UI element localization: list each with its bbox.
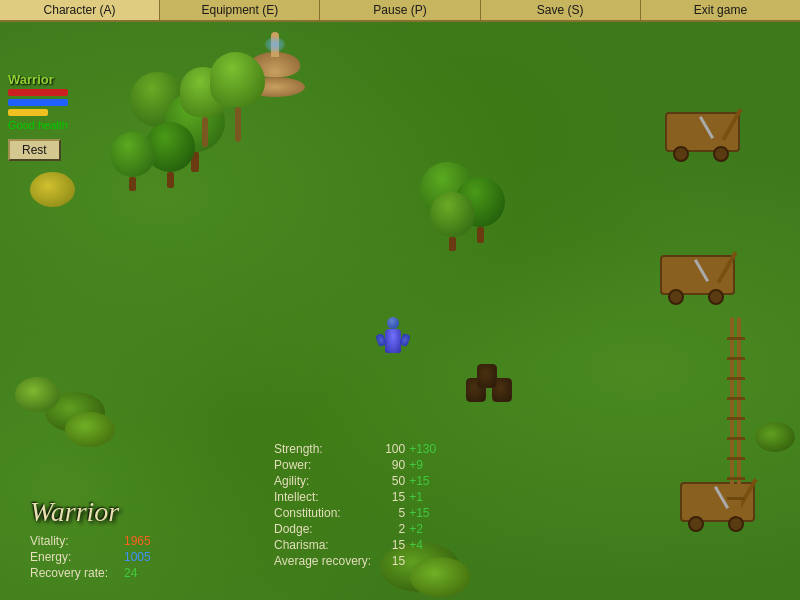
attr-name-cell: Intellect: bbox=[274, 490, 371, 504]
tree-4 bbox=[110, 132, 155, 191]
fence bbox=[727, 317, 745, 517]
vitality-label: Vitality: bbox=[30, 534, 120, 548]
rest-button[interactable]: Rest bbox=[8, 139, 61, 161]
attr-name-cell: Agility: bbox=[274, 474, 371, 488]
attr-value-cell: 5 bbox=[375, 506, 405, 520]
character-panel: Warrior Vitality: 1965 Energy: 1005 Reco… bbox=[30, 496, 159, 580]
warrior-hud-label: Warrior bbox=[8, 72, 68, 87]
character-body bbox=[385, 329, 401, 353]
attr-name-cell: Power: bbox=[274, 458, 371, 472]
attr-value-cell: 90 bbox=[375, 458, 405, 472]
menu-bar: Character (A) Equipment (E) Pause (P) Sa… bbox=[0, 0, 800, 22]
attribute-row: Agility:50+15 bbox=[274, 474, 436, 488]
attr-bonus-cell: +1 bbox=[409, 490, 436, 504]
recovery-value: 24 bbox=[124, 566, 159, 580]
menu-save[interactable]: Save (S) bbox=[481, 0, 641, 20]
attr-bonus-cell: +2 bbox=[409, 522, 436, 536]
attr-value-cell: 15 bbox=[375, 538, 405, 552]
tree-center-3 bbox=[430, 192, 475, 251]
attr-name-cell: Average recovery: bbox=[274, 554, 371, 568]
energy-row: Energy: 1005 bbox=[30, 550, 159, 564]
barrel-3 bbox=[477, 364, 497, 388]
attribute-row: Constitution:5+15 bbox=[274, 506, 436, 520]
attr-value-cell: 50 bbox=[375, 474, 405, 488]
menu-equipment[interactable]: Equipment (E) bbox=[160, 0, 320, 20]
vitality-row: Vitality: 1965 bbox=[30, 534, 159, 548]
attr-value-cell: 2 bbox=[375, 522, 405, 536]
game-world: Warrior Good health Rest Warrior Vitalit… bbox=[0, 22, 800, 600]
attribute-row: Intellect:15+1 bbox=[274, 490, 436, 504]
cart-2 bbox=[660, 250, 740, 305]
attr-bonus-cell bbox=[409, 554, 436, 568]
status-panel: Warrior Good health Rest bbox=[8, 72, 68, 161]
attr-value-cell: 100 bbox=[375, 442, 405, 456]
bush-right bbox=[755, 422, 795, 452]
character-stats: Vitality: 1965 Energy: 1005 Recovery rat… bbox=[30, 534, 159, 580]
recovery-row: Recovery rate: 24 bbox=[30, 566, 159, 580]
attribute-row: Strength:100+130 bbox=[274, 442, 436, 456]
menu-character[interactable]: Character (A) bbox=[0, 0, 160, 20]
flowers-left bbox=[30, 172, 75, 207]
energy-label: Energy: bbox=[30, 550, 120, 564]
attribute-row: Average recovery:15 bbox=[274, 554, 436, 568]
bar-red bbox=[8, 89, 68, 96]
stamina-bar-row bbox=[8, 108, 68, 116]
attr-name-cell: Charisma: bbox=[274, 538, 371, 552]
attribute-row: Dodge:2+2 bbox=[274, 522, 436, 536]
fountain-water bbox=[265, 37, 285, 52]
attribute-row: Charisma:15+4 bbox=[274, 538, 436, 552]
menu-pause[interactable]: Pause (P) bbox=[320, 0, 480, 20]
attr-bonus-cell: +15 bbox=[409, 474, 436, 488]
attr-bonus-cell: +9 bbox=[409, 458, 436, 472]
attr-name-cell: Strength: bbox=[274, 442, 371, 456]
character-head bbox=[387, 317, 399, 329]
palm-tree-2 bbox=[210, 52, 265, 142]
attributes-panel: Strength:100+130Power:90+9Agility:50+15I… bbox=[270, 440, 440, 570]
bush-3 bbox=[15, 377, 60, 412]
health-status-text: Good health bbox=[8, 119, 68, 131]
attributes-table: Strength:100+130Power:90+9Agility:50+15I… bbox=[270, 440, 440, 570]
character-name-display: Warrior bbox=[30, 496, 159, 528]
health-bars bbox=[8, 89, 68, 116]
energy-bar-row bbox=[8, 98, 68, 106]
recovery-label: Recovery rate: bbox=[30, 566, 120, 580]
attr-name-cell: Dodge: bbox=[274, 522, 371, 536]
bush-2 bbox=[65, 412, 115, 447]
energy-value: 1005 bbox=[124, 550, 159, 564]
cart-3 bbox=[680, 477, 760, 532]
attr-bonus-cell: +15 bbox=[409, 506, 436, 520]
attr-name-cell: Constitution: bbox=[274, 506, 371, 520]
attr-bonus-cell: +4 bbox=[409, 538, 436, 552]
attr-bonus-cell: +130 bbox=[409, 442, 436, 456]
menu-exit[interactable]: Exit game bbox=[641, 0, 800, 20]
attr-value-cell: 15 bbox=[375, 490, 405, 504]
bar-yellow bbox=[8, 109, 48, 116]
vitality-value: 1965 bbox=[124, 534, 159, 548]
attr-value-cell: 15 bbox=[375, 554, 405, 568]
attribute-row: Power:90+9 bbox=[274, 458, 436, 472]
player-character bbox=[385, 317, 401, 353]
health-bar-row bbox=[8, 89, 68, 96]
barrel-group bbox=[465, 377, 513, 407]
cart-1 bbox=[665, 107, 745, 162]
bar-blue bbox=[8, 99, 68, 106]
